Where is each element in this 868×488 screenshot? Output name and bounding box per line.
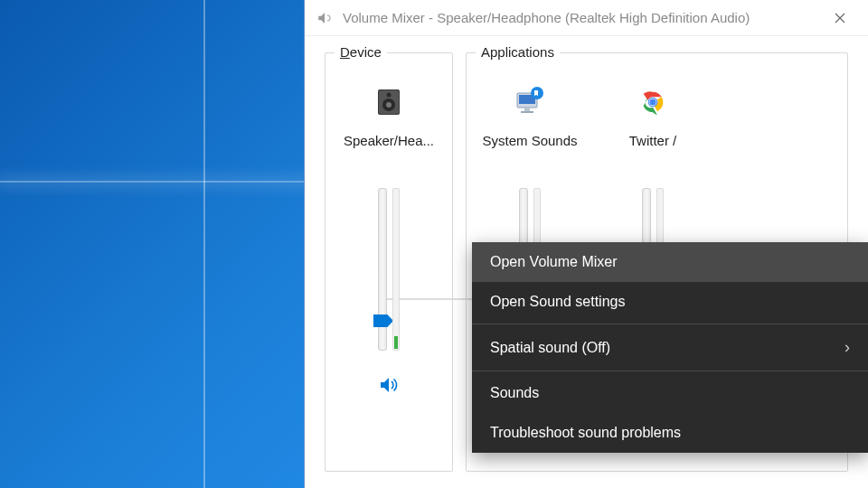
system-sounds-icon[interactable] [512, 84, 548, 120]
menu-separator [472, 371, 868, 371]
chrome-icon[interactable] [635, 84, 671, 120]
channel-label: Twitter / [629, 133, 677, 148]
menu-troubleshoot[interactable]: Troubleshoot sound problems [472, 413, 868, 453]
speaker-device-icon[interactable] [371, 84, 407, 120]
channel-device: Speaker/Hea... [331, 79, 447, 458]
desktop-light-ray [203, 0, 205, 488]
menu-item-label: Open Volume Mixer [490, 254, 618, 270]
desktop-light-ray [0, 181, 316, 183]
menu-sounds[interactable]: Sounds [472, 373, 868, 413]
applications-group-label: Applications [476, 44, 560, 60]
menu-open-volume-mixer[interactable]: Open Volume Mixer [472, 242, 868, 282]
titlebar[interactable]: Volume Mixer - Speaker/Headphone (Realte… [305, 0, 868, 36]
menu-item-label: Sounds [490, 385, 539, 401]
menu-item-label: Troubleshoot sound problems [490, 425, 681, 441]
device-group: Device Speaker/Hea... [325, 52, 453, 472]
chevron-right-icon: › [844, 338, 850, 357]
mute-button[interactable] [374, 371, 403, 399]
menu-item-label: Spatial sound (Off) [490, 340, 610, 356]
svg-point-3 [386, 102, 392, 108]
menu-item-label: Open Sound settings [490, 294, 625, 310]
channel-label: Speaker/Hea... [344, 133, 434, 148]
svg-rect-8 [521, 111, 533, 113]
speaker-icon [316, 9, 334, 27]
sound-context-menu: Open Volume Mixer Open Sound settings Sp… [472, 242, 868, 453]
svg-point-13 [649, 99, 656, 105]
channel-label: System Sounds [482, 133, 577, 148]
menu-open-sound-settings[interactable]: Open Sound settings [472, 282, 868, 322]
window-title: Volume Mixer - Speaker/Headphone (Realte… [343, 10, 819, 25]
close-button[interactable] [819, 4, 861, 33]
device-group-label: Device [335, 44, 387, 60]
svg-rect-7 [524, 108, 530, 111]
menu-separator [472, 324, 868, 324]
menu-spatial-sound[interactable]: Spatial sound (Off) › [472, 326, 868, 369]
svg-point-4 [387, 93, 392, 98]
volume-slider[interactable] [378, 179, 400, 351]
